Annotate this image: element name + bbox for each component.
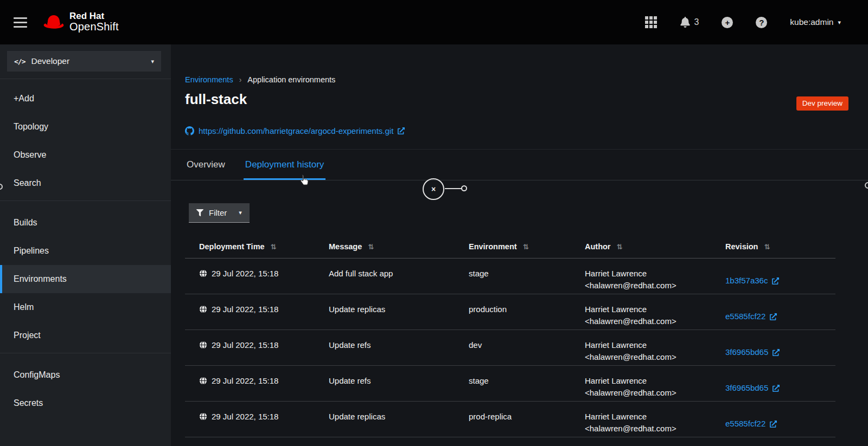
author-cell: Harriet Lawrence <halawren@redhat.com> (571, 339, 711, 365)
author-name: Harriet Lawrence (585, 339, 711, 351)
user-menu[interactable]: kube:admin ▾ (790, 17, 841, 27)
table-row: 29 Jul 2022, 15:18 Update replicas prod-… (185, 402, 835, 437)
table-row: 29 Jul 2022, 15:18 Update refs dev Harri… (185, 330, 835, 366)
annotation-line (445, 188, 462, 189)
caret-down-icon: ▾ (239, 209, 242, 216)
sidebar-item-observe[interactable]: Observe (0, 141, 171, 169)
sidebar-item-search[interactable]: Search (0, 169, 171, 197)
sidebar-item-secrets[interactable]: Secrets (0, 389, 171, 417)
author-cell: Harriet Lawrence <halawren@redhat.com> (571, 303, 711, 329)
breadcrumb-environments-link[interactable]: Environments (185, 75, 233, 84)
sidebar-nav: </> Developer ▾ +Add Topology Observe Se… (0, 44, 171, 446)
sidebar-item-label: Helm (14, 302, 34, 312)
globe-timestamp-icon (199, 305, 207, 313)
tab-bar: Overview Deployment history (171, 150, 868, 180)
main-content: Environments › Application environments … (171, 44, 868, 446)
author-name: Harriet Lawrence (585, 411, 711, 423)
perspective-label: Developer (31, 56, 151, 66)
commit-message: Add full stack app (315, 268, 455, 294)
commit-message: Update replicas (315, 411, 455, 437)
sort-icon: ⇅ (368, 243, 374, 251)
column-header-revision[interactable]: Revision⇅ (711, 242, 835, 251)
deployment-time: 29 Jul 2022, 15:18 (212, 339, 278, 351)
help-button[interactable]: ? (756, 17, 767, 28)
column-header-message[interactable]: Message⇅ (315, 242, 455, 251)
caret-down-icon: ▾ (151, 58, 154, 65)
external-link-icon (770, 313, 777, 320)
external-link-icon (770, 421, 777, 428)
notification-count: 3 (694, 17, 699, 27)
sidebar-item-label: Pipelines (14, 246, 49, 256)
dev-preview-badge: Dev preview (796, 96, 848, 111)
column-header-deployment-time[interactable]: Deployment Time⇅ (185, 242, 315, 251)
environment-name: stage (455, 268, 571, 294)
external-link-icon (398, 127, 405, 134)
revision-link[interactable]: 3f6965bd65 (711, 375, 835, 401)
filter-label: Filter (209, 208, 227, 217)
revision-sha: 3f6965bd65 (725, 382, 768, 394)
revision-link[interactable]: 3f6965bd65 (711, 339, 835, 365)
mouse-cursor-icon (298, 174, 310, 187)
sidebar-item-label: Environments (14, 274, 67, 284)
sidebar-item-label: +Add (14, 94, 34, 104)
perspective-switcher[interactable]: </> Developer ▾ (7, 51, 161, 72)
page-title: full-stack (185, 91, 868, 108)
annotation-edge-dot-right (865, 182, 868, 189)
sidebar-item-builds[interactable]: Builds (0, 209, 171, 237)
column-label: Deployment Time (199, 242, 265, 251)
repo-link[interactable]: https://github.com/harrietgrace/argocd-e… (185, 126, 868, 135)
sidebar-item-topology[interactable]: Topology (0, 113, 171, 141)
revision-sha: e5585fcf22 (725, 311, 765, 322)
sidebar-item-pipelines[interactable]: Pipelines (0, 237, 171, 265)
revision-link[interactable]: e5585fcf22 (711, 303, 835, 329)
sidebar-item-project[interactable]: Project (0, 321, 171, 350)
sidebar-item-label: Project (14, 331, 41, 340)
deployment-time-cell: 29 Jul 2022, 15:18 (185, 303, 315, 329)
sidebar-item-label: Secrets (14, 398, 43, 408)
sidebar-item-add[interactable]: +Add (0, 85, 171, 113)
external-link-icon (773, 385, 780, 392)
breadcrumb-separator-icon: › (239, 75, 242, 84)
tab-deployment-history[interactable]: Deployment history (244, 150, 326, 180)
sidebar-item-configmaps[interactable]: ConfigMaps (0, 361, 171, 389)
username: kube:admin (790, 17, 833, 27)
tab-label: Deployment history (245, 159, 324, 170)
column-header-author[interactable]: Author⇅ (571, 242, 711, 251)
deployment-history-table: Deployment Time⇅ Message⇅ Environment⇅ A… (185, 235, 835, 437)
sidebar-item-label: Builds (14, 218, 37, 228)
divider (0, 201, 171, 201)
revision-sha: 1b3f57a36c (725, 275, 768, 287)
annotation-circle: × (423, 178, 444, 200)
app-launcher-icon[interactable] (645, 16, 657, 28)
sidebar-item-label: ConfigMaps (14, 370, 60, 380)
deployment-time-cell: 29 Jul 2022, 15:18 (185, 375, 315, 401)
author-email: <halawren@redhat.com> (585, 280, 711, 292)
tab-overview[interactable]: Overview (185, 150, 227, 180)
external-link-icon (773, 349, 780, 356)
environment-name: production (455, 303, 571, 329)
filter-dropdown[interactable]: Filter ▾ (189, 203, 250, 223)
revision-link[interactable]: e5585fcf22 (711, 411, 835, 437)
globe-timestamp-icon (199, 269, 207, 277)
help-icon: ? (756, 17, 767, 28)
menu-icon[interactable] (14, 17, 27, 28)
plus-circle-icon: + (722, 17, 733, 28)
annotation-dot (461, 185, 467, 191)
globe-timestamp-icon (199, 341, 207, 349)
author-name: Harriet Lawrence (585, 268, 711, 280)
revision-link[interactable]: 1b3f57a36c (711, 268, 835, 294)
column-header-environment[interactable]: Environment⇅ (455, 242, 571, 251)
brand-line2: OpenShift (69, 21, 119, 33)
sort-icon: ⇅ (523, 243, 529, 251)
sidebar-item-helm[interactable]: Helm (0, 293, 171, 321)
column-label: Author (585, 242, 611, 251)
globe-timestamp-icon (199, 412, 207, 421)
add-button[interactable]: + (722, 17, 733, 28)
revision-sha: e5585fcf22 (725, 418, 765, 430)
notifications-button[interactable]: 3 (680, 17, 699, 28)
column-label: Environment (469, 242, 517, 251)
sidebar-item-environments[interactable]: Environments (0, 265, 171, 293)
table-row: 29 Jul 2022, 15:18 Add full stack app st… (185, 258, 835, 294)
close-icon: × (431, 185, 436, 193)
deployment-time-cell: 29 Jul 2022, 15:18 (185, 339, 315, 365)
